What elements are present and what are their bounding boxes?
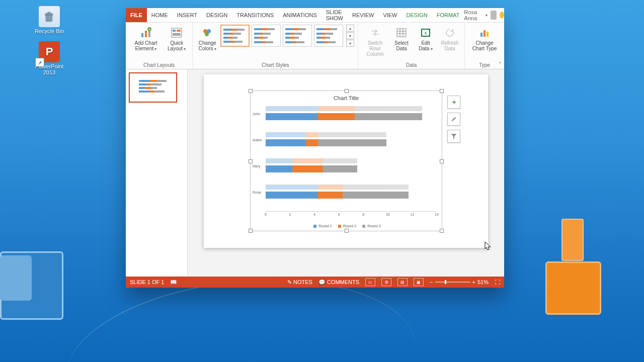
tab-chart-design[interactable]: DESIGN — [402, 8, 432, 22]
chart-style-3[interactable] — [283, 25, 312, 47]
tab-file[interactable]: FILE — [126, 8, 147, 22]
tab-insert[interactable]: INSERT — [173, 8, 202, 22]
zoom-slider[interactable] — [435, 282, 470, 283]
chart-x-axis[interactable]: 02468101214 — [266, 211, 437, 219]
chart-bar-segment[interactable] — [323, 165, 357, 172]
chart-bar[interactable] — [266, 139, 437, 146]
comments-button[interactable]: 💬 COMMENTS — [318, 279, 359, 286]
change-colors-button[interactable]: Change Colors — [196, 25, 218, 53]
chart-bar-segment[interactable] — [266, 139, 306, 146]
chart-bar-segment[interactable] — [318, 185, 343, 190]
chart-object[interactable]: Chart Title JohnAdamMaryRosa 02468101214… — [250, 90, 442, 231]
chart-bar-segment[interactable] — [355, 113, 422, 120]
resize-handle[interactable] — [249, 89, 253, 93]
chart-styles-button[interactable] — [447, 113, 460, 126]
chart-style-1[interactable] — [220, 25, 250, 47]
spellcheck-icon[interactable]: 📖 — [170, 279, 177, 286]
normal-view-button[interactable]: ▭ — [365, 278, 375, 286]
chart-bar[interactable] — [266, 132, 437, 137]
resize-handle[interactable] — [249, 229, 253, 233]
gallery-more-button[interactable]: ▾ — [346, 40, 354, 47]
chart-bar-segment[interactable] — [266, 192, 318, 199]
chart-style-4[interactable] — [314, 25, 343, 47]
chart-bar-segment[interactable] — [318, 113, 355, 120]
slide-indicator: SLIDE 1 OF 1 — [130, 279, 164, 285]
chart-category-row[interactable]: Mary — [266, 158, 437, 185]
chart-x-tick: 0 — [265, 213, 267, 216]
chart-category-row[interactable]: Rosa — [266, 185, 437, 211]
tab-review[interactable]: REVIEW — [348, 8, 378, 22]
slide-sorter-button[interactable]: ⊞ — [381, 278, 391, 286]
legend-item[interactable]: Round 1 — [311, 224, 332, 228]
chart-bar[interactable] — [266, 106, 437, 111]
chart-bar-segment[interactable] — [318, 132, 386, 137]
chart-legend[interactable]: Round 1Round 2Round 3 — [251, 224, 442, 228]
change-chart-type-button[interactable]: Change Chart Type — [468, 25, 501, 52]
chart-bar[interactable] — [266, 158, 437, 163]
chart-bar[interactable] — [266, 192, 437, 199]
slideshow-button[interactable]: ▣ — [414, 278, 424, 286]
slide-canvas[interactable]: Chart Title JohnAdamMaryRosa 02468101214… — [188, 69, 504, 277]
chart-category-row[interactable]: John — [266, 106, 437, 132]
gallery-down-button[interactable]: ▾ — [346, 32, 354, 39]
add-chart-element-button[interactable]: + Add Chart Element — [129, 25, 163, 53]
collapse-ribbon-button[interactable]: ˄ — [499, 61, 501, 67]
chart-category-row[interactable]: Adam — [266, 132, 437, 158]
chart-bar-segment[interactable] — [318, 139, 386, 146]
chart-bar-segment[interactable] — [292, 158, 323, 163]
resize-handle[interactable] — [345, 229, 349, 233]
chart-bar-segment[interactable] — [266, 185, 318, 190]
slide-thumbnail-1[interactable]: 1 — [129, 72, 177, 103]
chart-bar-segment[interactable] — [266, 106, 318, 111]
resize-handle[interactable] — [440, 89, 444, 93]
chart-bar[interactable] — [266, 185, 437, 190]
legend-item[interactable]: Round 2 — [336, 224, 356, 228]
tab-animations[interactable]: ANIMATIONS — [278, 8, 321, 22]
chart-bar-segment[interactable] — [318, 192, 343, 199]
chart-elements-button[interactable]: ＋ — [447, 96, 460, 109]
legend-item[interactable]: Round 3 — [360, 224, 380, 228]
tab-design[interactable]: DESIGN — [202, 8, 232, 22]
slide[interactable]: Chart Title JohnAdamMaryRosa 02468101214… — [204, 74, 488, 248]
chart-bar-segment[interactable] — [266, 132, 306, 137]
chart-filters-button[interactable] — [447, 130, 460, 143]
chart-bar-segment[interactable] — [343, 185, 409, 190]
chart-bar[interactable] — [266, 165, 437, 172]
resize-handle[interactable] — [440, 229, 444, 233]
chart-style-2[interactable] — [252, 25, 281, 47]
tab-transitions[interactable]: TRANSITIONS — [232, 8, 278, 22]
edit-data-button[interactable]: X Edit Data — [415, 25, 437, 53]
feedback-smile-icon[interactable] — [500, 12, 504, 19]
chart-bar-segment[interactable] — [306, 132, 318, 137]
account-menu[interactable]: Rosa Anna▾ — [464, 8, 508, 22]
reading-view-button[interactable]: ▤ — [397, 278, 408, 286]
tab-slide-show[interactable]: SLIDE SHOW — [321, 8, 348, 22]
tab-chart-format[interactable]: FORMAT — [432, 8, 464, 22]
chart-bar-segment[interactable] — [266, 113, 318, 120]
fit-to-window-button[interactable]: ⛶ — [495, 279, 500, 285]
chart-bar-segment[interactable] — [266, 165, 292, 172]
select-data-button[interactable]: Select Data — [390, 25, 413, 52]
resize-handle[interactable] — [440, 159, 444, 163]
chart-bar-segment[interactable] — [323, 158, 357, 163]
chart-bar-segment[interactable] — [318, 106, 355, 111]
recycle-bin-icon[interactable]: 🗑 Recycle Bin — [29, 6, 69, 34]
zoom-out-button[interactable]: − — [430, 279, 433, 285]
chart-bar-segment[interactable] — [343, 192, 409, 199]
notes-button[interactable]: ✎ NOTES — [287, 279, 312, 286]
gallery-up-button[interactable]: ▴ — [346, 25, 354, 32]
quick-layout-button[interactable]: Quick Layout — [165, 25, 189, 53]
resize-handle[interactable] — [249, 159, 253, 163]
powerpoint-shortcut[interactable]: P ↗ PowerPoint 2013 — [29, 41, 69, 75]
chart-plot-area[interactable]: JohnAdamMaryRosa — [266, 106, 437, 211]
chart-bar[interactable] — [266, 113, 437, 120]
zoom-percent[interactable]: 51% — [477, 279, 489, 285]
resize-handle[interactable] — [345, 89, 349, 93]
chart-bar-segment[interactable] — [266, 158, 292, 163]
tab-view[interactable]: VIEW — [378, 8, 401, 22]
tab-home[interactable]: HOME — [147, 8, 173, 22]
zoom-in-button[interactable]: + — [472, 279, 475, 285]
chart-bar-segment[interactable] — [292, 165, 323, 172]
chart-bar-segment[interactable] — [355, 106, 422, 111]
chart-bar-segment[interactable] — [306, 139, 318, 146]
